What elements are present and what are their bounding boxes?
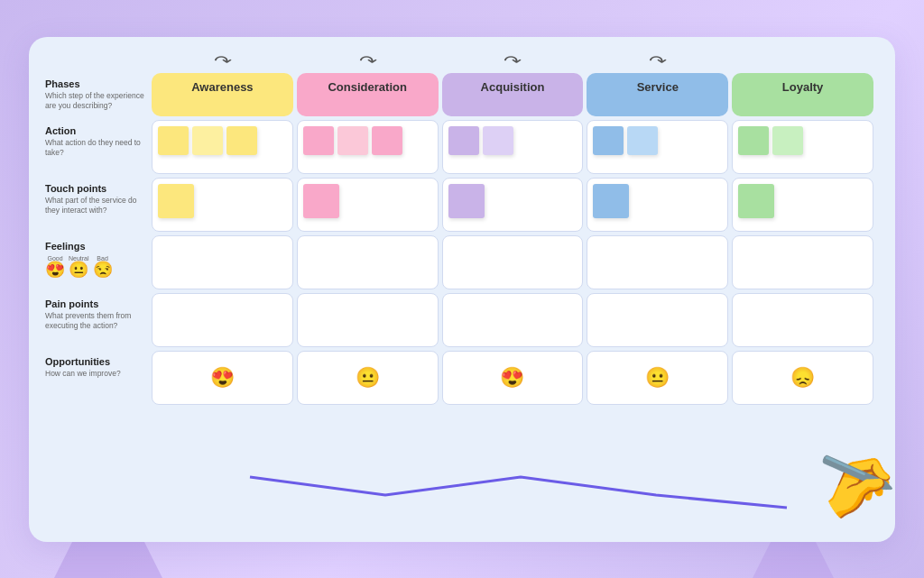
- feelings-label-cell: Feelings Good 😍 Neutral 😐 Bad 😒: [42, 234, 150, 291]
- arrow-1: ↷: [150, 53, 295, 69]
- note: [226, 126, 257, 155]
- note: [483, 126, 513, 155]
- feelings-label: Feelings: [45, 241, 146, 252]
- action-consideration[interactable]: [297, 120, 439, 174]
- opportunities-label-cell: Opportunities How can we improve?: [42, 349, 150, 407]
- arrow-empty: [42, 53, 150, 69]
- note: [158, 126, 189, 155]
- action-awareness[interactable]: [152, 120, 293, 174]
- opp-emoji-awareness: 😍: [210, 368, 235, 388]
- touchpoints-label: Touch points: [45, 183, 146, 194]
- feelings-loyalty[interactable]: [732, 235, 873, 289]
- opportunities-label: Opportunities: [45, 356, 146, 367]
- painpoints-loyalty[interactable]: [732, 293, 873, 347]
- touchpoints-acquisition[interactable]: [442, 178, 584, 232]
- painpoints-label: Pain points: [45, 298, 146, 309]
- action-label-cell: Action What action do they need to take?: [42, 118, 150, 176]
- journey-map-board: ↷ ↷ ↷ ↷ Phases Which step of the experie…: [29, 37, 895, 542]
- touchpoints-sublabel: What part of the service do they interac…: [45, 196, 146, 216]
- phases-sublabel: Which step of the experience are you des…: [45, 91, 146, 111]
- note: [738, 184, 774, 218]
- action-sublabel: What action do they need to take?: [45, 138, 146, 158]
- touchpoints-awareness[interactable]: [152, 178, 293, 232]
- arrow-5: [730, 53, 875, 69]
- opp-consideration[interactable]: 😐: [297, 351, 439, 405]
- feelings-emoji-row: Good 😍 Neutral 😐 Bad 😒: [45, 255, 146, 278]
- header-consideration: Consideration: [297, 73, 439, 116]
- action-loyalty[interactable]: [732, 120, 873, 174]
- painpoints-service[interactable]: [587, 293, 728, 347]
- action-service[interactable]: [587, 120, 728, 174]
- painpoints-consideration[interactable]: [297, 293, 439, 347]
- note: [772, 126, 803, 155]
- opp-emoji-loyalty: 😞: [790, 368, 815, 388]
- painpoints-label-cell: Pain points What prevents them from exec…: [42, 291, 150, 349]
- header-loyalty: Loyalty: [732, 73, 873, 116]
- touchpoints-service[interactable]: [587, 178, 728, 232]
- header-acquisition: Acquisition: [442, 73, 584, 116]
- opp-emoji-service: 😐: [645, 368, 670, 388]
- feelings-acquisition[interactable]: [442, 235, 584, 289]
- painpoints-awareness[interactable]: [152, 293, 293, 347]
- touchpoints-loyalty[interactable]: [732, 178, 873, 232]
- main-grid: Phases Which step of the experience are …: [42, 71, 875, 407]
- note: [593, 126, 624, 155]
- action-acquisition[interactable]: [442, 120, 584, 174]
- note: [372, 126, 402, 155]
- painpoints-acquisition[interactable]: [442, 293, 584, 347]
- phases-label-cell: Phases Which step of the experience are …: [42, 71, 150, 118]
- opp-emoji-acquisition: 😍: [500, 368, 524, 388]
- note: [303, 126, 334, 155]
- feelings-awareness[interactable]: [152, 235, 293, 289]
- header-awareness: Awareness: [152, 73, 293, 116]
- feelings-neutral: Neutral 😐: [69, 255, 89, 278]
- note: [303, 184, 339, 218]
- header-service: Service: [587, 73, 728, 116]
- note: [337, 126, 368, 155]
- note: [448, 126, 479, 155]
- feelings-consideration[interactable]: [297, 235, 439, 289]
- opp-acquisition[interactable]: 😍: [442, 351, 584, 405]
- arrows-row: ↷ ↷ ↷ ↷: [42, 53, 875, 69]
- feelings-good: Good 😍: [45, 255, 65, 278]
- note: [158, 184, 194, 218]
- opp-emoji-consideration: 😐: [356, 368, 380, 388]
- note: [448, 184, 485, 218]
- phases-label: Phases: [45, 78, 146, 89]
- opp-awareness[interactable]: 😍: [152, 351, 293, 405]
- action-label: Action: [45, 125, 146, 136]
- note: [593, 184, 629, 218]
- opp-service[interactable]: 😐: [587, 351, 728, 405]
- feelings-bad: Bad 😒: [93, 255, 113, 278]
- hand-illustration: ✍️: [814, 398, 922, 515]
- feelings-service[interactable]: [587, 235, 728, 289]
- arrow-4: ↷: [585, 53, 730, 69]
- arrow-2: ↷: [295, 53, 440, 69]
- note: [627, 126, 658, 155]
- painpoints-sublabel: What prevents them from executing the ac…: [45, 311, 146, 331]
- touchpoints-label-cell: Touch points What part of the service do…: [42, 176, 150, 234]
- note: [738, 126, 769, 155]
- note: [192, 126, 223, 155]
- arrow-3: ↷: [440, 53, 586, 69]
- touchpoints-consideration[interactable]: [297, 178, 439, 232]
- opportunities-sublabel: How can we improve?: [45, 369, 146, 379]
